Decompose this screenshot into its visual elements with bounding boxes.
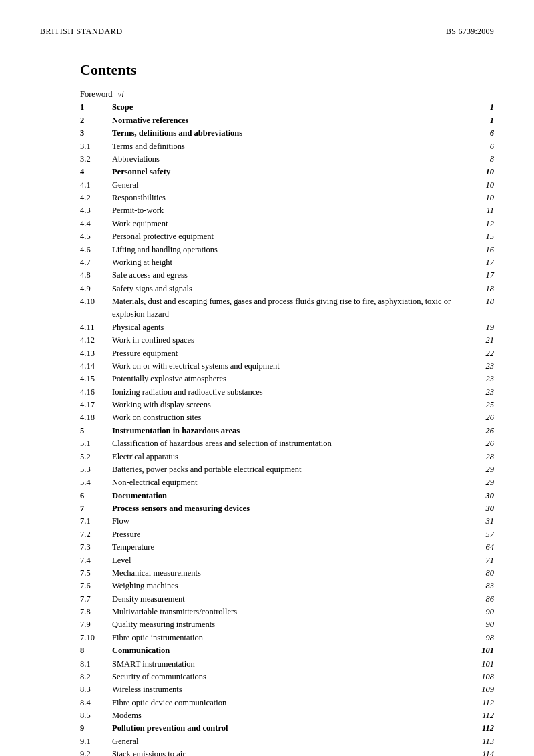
toc-page: 22 [486,347,495,360]
toc-row: 4.10Materials, dust and escaping fumes, … [80,295,494,321]
toc-page: 1 [490,101,494,114]
toc-number: 4.1 [80,179,112,192]
toc-page: 18 [486,295,495,321]
toc-row: 4.5Personal protective equipment15 [80,230,494,243]
toc-number: 9 [80,722,112,735]
toc-number: 4.6 [80,244,112,256]
toc-text: Security of communications [112,671,478,683]
toc-page: 30 [486,502,495,515]
toc-number: 9.2 [80,748,112,756]
toc-page: 19 [486,321,495,334]
toc-row: 8.2Security of communications108 [80,671,494,683]
toc-page: 86 [486,593,495,606]
toc-page: 17 [486,269,495,282]
toc-row: 8Communication101 [80,644,494,657]
toc-row: 4.7Working at height17 [80,256,494,269]
toc-text: Normative references [112,114,487,127]
page-header: BRITISH STANDARD BS 6739:2009 [40,27,494,41]
toc-page: 112 [482,697,494,709]
toc-page: 98 [486,632,495,644]
toc-page: 6 [490,127,494,140]
toc-text: Stack emissions to air [112,748,479,756]
toc-text: Density measurement [112,593,483,606]
toc-number: Foreword [80,88,113,101]
toc-number: 4.17 [80,399,112,411]
toc-row: 7.8Multivariable transmitters/controller… [80,606,494,618]
toc-text: Classification of hazardous areas and se… [112,437,483,450]
toc-row: 5.2Electrical apparatus28 [80,451,494,463]
toc-page: 101 [481,658,494,671]
toc-page: 101 [481,644,494,657]
toc-number: 7.10 [80,632,112,644]
toc-text: Quality measuring instruments [112,618,483,631]
toc-page: 112 [482,722,494,735]
toc-text: Fibre optic instrumentation [112,632,483,644]
toc-text: Personal protective equipment [112,230,483,243]
toc-page: 6 [490,140,494,153]
toc-page: 8 [490,153,494,166]
toc-number: 4.3 [80,204,112,217]
toc-row: 7.7Density measurement86 [80,593,494,606]
toc-page: 112 [482,709,494,722]
toc-text: Pressure equipment [112,347,483,360]
toc-text: Ionizing radiation and radioactive subst… [112,386,483,399]
toc-number: 7.8 [80,606,112,618]
toc-number: 4.8 [80,269,112,282]
toc-page: 17 [486,256,495,269]
toc-row: 7.5Mechanical measurements80 [80,567,494,580]
toc-page: 26 [486,411,495,424]
toc-text: Scope [112,101,487,114]
toc-text: Permit-to-work [112,204,483,217]
toc-number: 4 [80,166,112,178]
toc-row: 3.1Terms and definitions6 [80,140,494,153]
toc-page: 30 [486,490,495,502]
toc-number: 7.3 [80,541,112,554]
toc-number: 4.13 [80,347,112,360]
toc-number: 5.2 [80,451,112,463]
toc-number: 4.18 [80,411,112,424]
header-right: BS 6739:2009 [446,27,494,37]
toc-row: 7.9Quality measuring instruments90 [80,618,494,631]
toc-page: 23 [486,386,495,399]
toc-number: 4.11 [80,321,112,334]
toc-text: Materials, dust and escaping fumes, gase… [112,295,483,321]
toc-row: 4.6Lifting and handling operations16 [80,244,494,256]
toc-text: Terms and definitions [112,140,487,153]
toc-row: 4.18Work on construction sites26 [80,411,494,424]
toc-row: 4.13Pressure equipment22 [80,347,494,360]
toc-number: 7.2 [80,528,112,541]
toc-row: 5.3Batteries, power packs and portable e… [80,463,494,476]
toc-number: 3.2 [80,153,112,166]
toc-page: 26 [486,437,495,450]
toc-text: Process sensors and measuring devices [112,502,483,515]
toc-text: Documentation [112,490,483,502]
table-of-contents: Forewordvi1Scope12Normative references13… [80,88,494,756]
toc-number: 7.5 [80,567,112,580]
toc-row: 5.4Non-electrical equipment29 [80,476,494,489]
toc-page: 10 [486,179,495,192]
toc-number: 4.9 [80,282,112,295]
toc-row: 4.1General10 [80,179,494,192]
toc-page: 83 [486,580,495,592]
toc-row: 4.11Physical agents19 [80,321,494,334]
toc-text: Temperature [112,541,483,554]
toc-page: 21 [486,334,495,347]
toc-text: Multivariable transmitters/controllers [112,606,483,618]
toc-number: 7.9 [80,618,112,631]
toc-page: 114 [482,748,494,756]
toc-row: 4.12Work in confined spaces21 [80,334,494,347]
toc-row: 6Documentation30 [80,490,494,502]
toc-row: 8.1SMART instrumentation101 [80,658,494,671]
toc-text: Pollution prevention and control [112,722,479,735]
toc-row: 2Normative references1 [80,114,494,127]
toc-row: 9.2Stack emissions to air114 [80,748,494,756]
toc-text: Communication [112,644,478,657]
toc-text: Safety signs and signals [112,282,483,295]
toc-row: 7.10Fibre optic instrumentation98 [80,632,494,644]
toc-row: 1Scope1 [80,101,494,114]
toc-text: Work equipment [112,218,483,230]
toc-number: 5.3 [80,463,112,476]
toc-row: 7.6Weighing machines83 [80,580,494,592]
toc-text: Batteries, power packs and portable elec… [112,463,483,476]
toc-page: 29 [486,463,495,476]
